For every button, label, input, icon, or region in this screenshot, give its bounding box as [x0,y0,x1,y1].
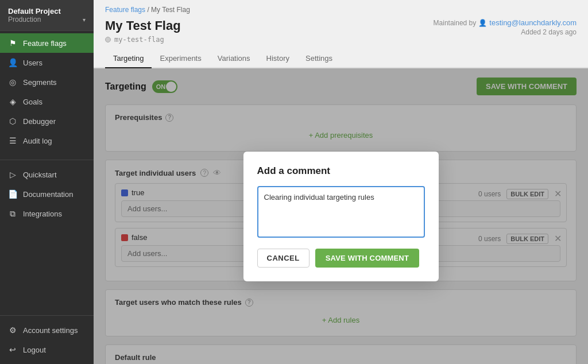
breadcrumb-parent-link[interactable]: Feature flags [105,6,145,14]
sidebar-item-label: Integrations [23,210,62,218]
user-icon: 👤 [8,58,17,67]
tabs-bar: Targeting Experiments Variations History… [94,49,588,68]
gear-icon: ⚙ [8,326,17,335]
flag-key-row: my-test-flag [105,36,181,44]
sidebar-item-logout[interactable]: ↩ Logout [0,340,94,359]
tab-history[interactable]: History [258,49,297,68]
modal-title: Add a comment [257,165,425,177]
sidebar-item-label: Account settings [23,326,78,335]
maintained-by: Maintained by 👤 testing@launchdarkly.com [434,18,577,27]
save-with-comment-modal-button[interactable]: SAVE WITH COMMENT [315,249,419,268]
sidebar-item-account-settings[interactable]: ⚙ Account settings [0,320,94,340]
segments-icon: ◎ [8,78,17,87]
maintained-by-label: Maintained by [434,19,477,27]
goals-icon: ◈ [8,97,17,106]
sidebar-item-label: Users [23,59,42,67]
sidebar-item-segments[interactable]: ◎ Segments [0,72,94,92]
flag-status-indicator [105,37,111,42]
docs-icon: 📄 [8,189,17,199]
sidebar-item-debugger[interactable]: ⬡ Debugger [0,111,94,131]
flag-key-text: my-test-flag [114,36,164,44]
audit-icon: ☰ [8,136,17,145]
page-title: My Test Flag [105,18,181,33]
sidebar-item-documentation[interactable]: 📄 Documentation [0,184,94,204]
page-header: My Test Flag my-test-flag Maintained by … [94,16,588,49]
tab-targeting[interactable]: Targeting [105,49,152,68]
page-header-left: My Test Flag my-test-flag [105,18,181,44]
sidebar-item-feature-flags[interactable]: ⚑ Feature flags [0,33,94,53]
sidebar-item-label: Quickstart [23,171,57,179]
sidebar-item-integrations[interactable]: ⧉ Integrations [0,204,94,224]
sidebar-item-label: Goals [23,98,42,106]
user-avatar-icon: 👤 [478,19,487,27]
page-header-right: Maintained by 👤 testing@launchdarkly.com… [434,18,577,36]
integrations-icon: ⧉ [8,209,17,219]
sidebar-item-label: Debugger [23,117,56,126]
sidebar-item-label: Documentation [23,190,73,199]
sidebar-item-label: Logout [23,346,46,354]
comment-textarea[interactable]: Clearing individual targeting rules [257,186,425,238]
main-content: Feature flags / My Test Flag My Test Fla… [94,0,588,364]
added-timestamp: Added 2 days ago [434,28,577,36]
modal-actions: CANCEL SAVE WITH COMMENT [257,249,425,268]
sidebar-item-goals[interactable]: ◈ Goals [0,92,94,111]
tab-variations[interactable]: Variations [210,49,258,68]
sidebar-nav: ⚑ Feature flags 👤 Users ◎ Segments ◈ Goa… [0,31,94,224]
modal-overlay[interactable]: Add a comment Clearing individual target… [94,68,588,364]
debugger-icon: ⬡ [8,117,17,126]
sidebar-item-label: Audit log [23,137,52,145]
sidebar-item-label: Feature flags [23,39,67,48]
sidebar-project[interactable]: Default Project Production ▾ [0,0,94,31]
content-area: Targeting ON SAVE WITH COMMENT Prerequis… [94,68,588,364]
add-comment-modal: Add a comment Clearing individual target… [243,152,439,281]
sidebar-item-users[interactable]: 👤 Users [0,53,94,72]
cancel-button[interactable]: CANCEL [257,249,310,268]
quickstart-icon: ▷ [8,170,17,179]
project-environment[interactable]: Production ▾ [8,16,86,24]
tab-settings[interactable]: Settings [297,49,341,68]
user-email-link[interactable]: testing@launchdarkly.com [489,18,577,27]
flag-icon: ⚑ [8,38,17,48]
breadcrumb-current: My Test Flag [151,6,190,14]
breadcrumb-separator: / [147,6,149,14]
chevron-down-icon: ▾ [83,17,86,23]
project-name: Default Project [8,7,86,16]
breadcrumb: Feature flags / My Test Flag [94,0,588,16]
sidebar-footer: ⚙ Account settings ↩ Logout [0,315,94,364]
logout-icon: ↩ [8,345,17,354]
tab-experiments[interactable]: Experiments [152,49,209,68]
sidebar-item-quickstart[interactable]: ▷ Quickstart [0,165,94,184]
sidebar-item-label: Segments [23,78,57,87]
sidebar-item-audit-log[interactable]: ☰ Audit log [0,131,94,150]
sidebar: Default Project Production ▾ ⚑ Feature f… [0,0,94,364]
